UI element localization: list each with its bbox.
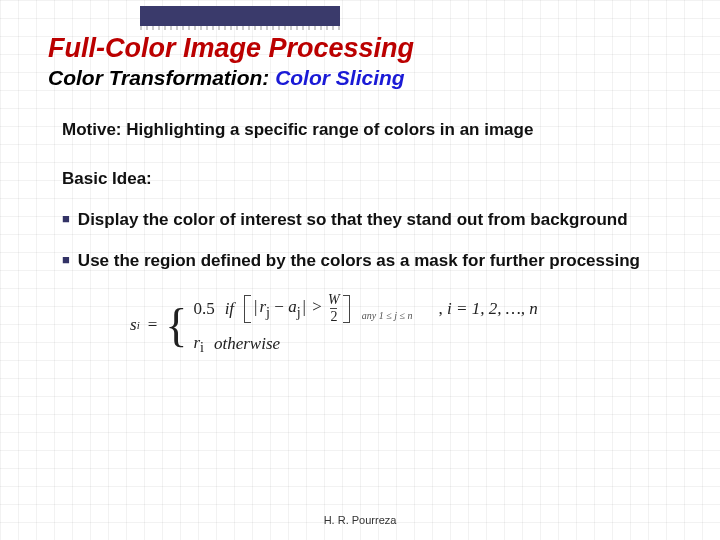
bullet-text-2: Use the region defined by the colors as … bbox=[78, 250, 652, 273]
motive-text: Motive: Highlighting a specific range of… bbox=[62, 119, 652, 142]
range-text: i = 1, 2, …, n bbox=[447, 299, 538, 318]
bullet-item-1: ■ Display the color of interest so that … bbox=[62, 209, 652, 232]
subtitle-slicing: Color Slicing bbox=[275, 66, 405, 89]
bullet-text-1: Display the color of interest so that th… bbox=[78, 209, 652, 232]
condition-subscript: any 1 ≤ j ≤ n bbox=[362, 310, 413, 323]
rj-sub: j bbox=[266, 304, 270, 320]
formula-block: si = { 0.5 if |rj − aj| > W bbox=[130, 295, 652, 356]
footer-author: H. R. Pourreza bbox=[0, 514, 720, 526]
aj-var: a bbox=[288, 297, 297, 316]
equals-sign: = bbox=[148, 315, 158, 335]
bullet-item-2: ■ Use the region defined by the colors a… bbox=[62, 250, 652, 273]
fraction-w-over-2: W 2 bbox=[328, 293, 340, 324]
case-line-2: ri otherwise bbox=[193, 333, 537, 356]
otherwise-word: otherwise bbox=[214, 334, 280, 354]
bullet-marker-icon: ■ bbox=[62, 250, 70, 271]
minus-sign: − bbox=[274, 297, 284, 316]
formula-cases: 0.5 if |rj − aj| > W 2 bbox=[193, 295, 537, 356]
abs-bracket: |rj − aj| > W 2 bbox=[244, 295, 350, 323]
slide-title: Full-Color Image Processing bbox=[48, 34, 672, 64]
basic-idea-heading: Basic Idea: bbox=[62, 168, 652, 191]
abs-inner: |rj − aj| > W 2 bbox=[250, 293, 344, 324]
frac-den: 2 bbox=[330, 308, 337, 324]
case1-value: 0.5 bbox=[193, 299, 214, 319]
gt-sign: > bbox=[312, 297, 322, 316]
frac-num: W bbox=[328, 293, 340, 308]
case-line-1: 0.5 if |rj − aj| > W 2 bbox=[193, 295, 537, 323]
slide-subtitle: Color Transformation: Color Slicing bbox=[48, 66, 672, 89]
ri-sub: i bbox=[200, 339, 204, 355]
ri-var: r bbox=[193, 333, 200, 352]
if-word: if bbox=[225, 299, 234, 319]
content-area: Motive: Highlighting a specific range of… bbox=[48, 119, 672, 356]
aj-sub: j bbox=[297, 304, 301, 320]
lhs-sub: i bbox=[137, 319, 140, 331]
comma: , bbox=[438, 299, 442, 318]
slide-body: Full-Color Image Processing Color Transf… bbox=[0, 0, 720, 356]
header-ornament-bar bbox=[140, 6, 340, 26]
header-ornament-dotted bbox=[140, 26, 340, 30]
lhs-var: s bbox=[130, 315, 137, 335]
left-brace-icon: { bbox=[165, 306, 187, 345]
subtitle-transform: Color Transformation: bbox=[48, 66, 275, 89]
case1-tail: , i = 1, 2, …, n bbox=[438, 299, 537, 319]
formula-lhs: si bbox=[130, 315, 140, 335]
bullet-marker-icon: ■ bbox=[62, 209, 70, 230]
